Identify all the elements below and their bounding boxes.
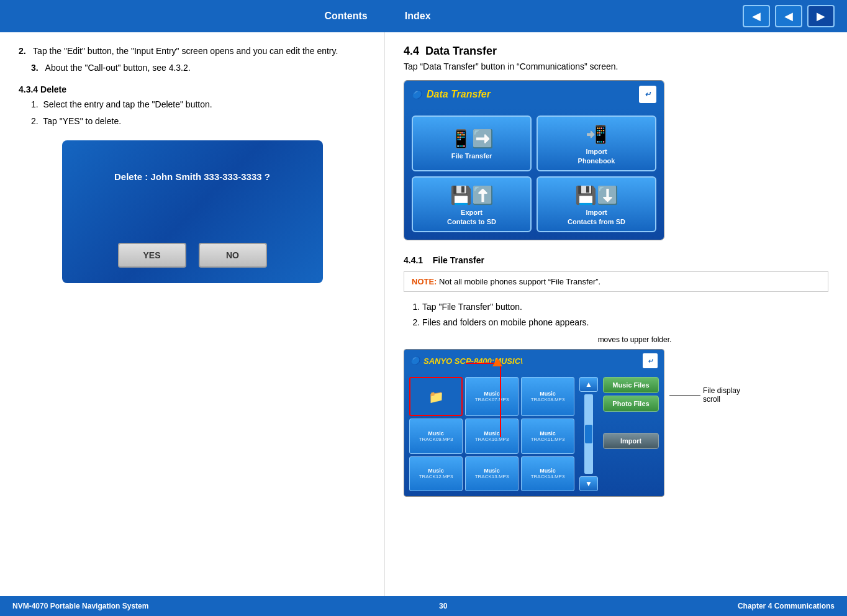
top-bar-links: Contents Index — [12, 11, 743, 22]
file-display-label-wrapper: File displayscroll — [669, 386, 740, 404]
note-prefix: NOTE: — [412, 277, 437, 286]
delete-step-1: 1. Select the entry and tap the "Delete"… — [31, 98, 366, 111]
mp-body: 📁 Music TRACK07.MP3 Music TRACK08.MP3 — [404, 372, 664, 496]
mp-cell-track13[interactable]: Music TRACK13.MP3 — [465, 456, 519, 491]
import-button[interactable]: Import — [603, 433, 659, 449]
prev-button[interactable]: ◀ — [775, 5, 802, 27]
mp-folder-cell[interactable]: 📁 — [409, 377, 463, 416]
mp-cell-track10[interactable]: Music TRACK10.MP3 — [465, 419, 519, 453]
file-display-scroll-label: File displayscroll — [703, 386, 740, 404]
mp-cell-track08[interactable]: Music TRACK08.MP3 — [521, 377, 574, 416]
no-button[interactable]: NO — [199, 243, 267, 268]
page-number: 30 — [439, 602, 447, 610]
ft-step-2: Files and folders on mobile phone appear… — [422, 316, 828, 329]
moves-label: moves to upper folder. — [441, 335, 828, 344]
mp-close-icon[interactable]: ↵ — [643, 353, 658, 368]
left-column: 2. Tap the "Edit" button, the "Input Ent… — [0, 32, 385, 596]
import-contacts-item[interactable]: 💾⬇️ ImportContacts from SD — [537, 176, 656, 232]
mp-scroll-controls: ▲ ▼ — [578, 377, 599, 491]
dt-close-icon[interactable]: ↵ — [639, 86, 656, 103]
chapter-label: Chapter 4 Communications — [738, 602, 835, 610]
import-phonebook-item[interactable]: 📲 ImportPhonebook — [537, 116, 656, 171]
note-box: NOTE: Not all mobile phones support “Fil… — [404, 271, 828, 292]
export-contacts-item[interactable]: 💾⬆️ ExportContacts to SD — [412, 176, 532, 232]
mp-sidebar: Music Files Photo Files Import — [603, 377, 659, 491]
photo-files-button[interactable]: Photo Files — [603, 396, 659, 412]
import-phonebook-icon: 📲 — [586, 124, 607, 145]
scroll-bar[interactable] — [584, 394, 593, 474]
mp-cell-track12[interactable]: Music TRACK12.MP3 — [409, 456, 463, 491]
music-panel-wrapper: 🔵 SANYO SCP-8400:MUSIC\ ↵ 📁 Music TRACK0… — [404, 349, 828, 497]
dialog-buttons: YES NO — [118, 243, 267, 268]
scroll-up-button[interactable]: ▲ — [579, 377, 598, 392]
product-name: NVM-4070 Portable Navigation System — [12, 602, 148, 610]
section-4-3-4-heading: 4.3.4 Delete — [19, 84, 366, 94]
file-transfer-item[interactable]: 📱➡️ File Transfer — [412, 116, 532, 171]
dt-panel-header: 🔵 Data Transfer ↵ — [404, 81, 664, 108]
mp-cell-track09[interactable]: Music TRACK09.MP3 — [409, 419, 463, 453]
main-content: 2. Tap the "Edit" button, the "Input Ent… — [0, 32, 847, 596]
delete-dialog-text: Delete : John Smith 333-333-3333 ? — [114, 171, 270, 182]
right-column: 4.4 Data Transfer Tap “Data Transfer” bu… — [385, 32, 847, 596]
ft-step-1: Tap "File Transfer" button. — [422, 301, 828, 314]
top-navigation-bar: Contents Index ◀ ◀ ▶ — [0, 0, 847, 32]
scroll-down-button[interactable]: ▼ — [579, 476, 598, 491]
music-panel: 🔵 SANYO SCP-8400:MUSIC\ ↵ 📁 Music TRACK0… — [404, 349, 664, 497]
mp-file-grid: 📁 Music TRACK07.MP3 Music TRACK08.MP3 — [409, 377, 574, 491]
up-arrow-indicator — [492, 358, 502, 366]
file-transfer-steps: Tap "File Transfer" button. Files and fo… — [422, 301, 828, 329]
export-contacts-icon: 💾⬆️ — [450, 185, 494, 206]
bottom-bar: NVM-4070 Portable Navigation System 30 C… — [0, 596, 847, 616]
mp-cell-track07[interactable]: Music TRACK07.MP3 — [465, 377, 519, 416]
section-4-4-title: 4.4 Data Transfer — [404, 45, 828, 58]
subsection-4-4-1-title: 4.4.1 File Transfer — [404, 255, 828, 265]
yes-button[interactable]: YES — [118, 243, 186, 268]
delete-step-2: 2. Tap "YES" to delete. — [31, 115, 366, 128]
mp-cell-track14[interactable]: Music TRACK14.MP3 — [521, 456, 574, 491]
data-transfer-panel: 🔵 Data Transfer ↵ 📱➡️ File Transfer 📲 Im… — [404, 80, 664, 240]
index-link[interactable]: Index — [405, 11, 431, 22]
red-line-vertical — [500, 363, 501, 437]
import-contacts-icon: 💾⬇️ — [575, 185, 618, 206]
delete-dialog: Delete : John Smith 333-333-3333 ? YES N… — [62, 140, 323, 283]
step-3: 3. About the "Call-out" button, see 4.3.… — [31, 61, 366, 75]
dt-items-grid: 📱➡️ File Transfer 📲 ImportPhonebook 💾⬆️ … — [404, 108, 664, 240]
note-text: Not all mobile phones support “File Tran… — [437, 277, 600, 286]
scroll-thumb — [585, 425, 592, 443]
file-transfer-icon: 📱➡️ — [450, 129, 494, 149]
mp-cell-track11[interactable]: Music TRACK11.MP3 — [521, 419, 574, 453]
mp-panel-header: 🔵 SANYO SCP-8400:MUSIC\ ↵ — [404, 350, 664, 372]
next-button[interactable]: ▶ — [807, 5, 835, 27]
back-button[interactable]: ◀ — [743, 5, 770, 27]
section-4-4-intro: Tap “Data Transfer” button in “Communica… — [404, 61, 828, 71]
music-files-button[interactable]: Music Files — [603, 377, 659, 393]
contents-link[interactable]: Contents — [324, 11, 367, 22]
navigation-buttons: ◀ ◀ ▶ — [743, 5, 835, 27]
label-line — [669, 395, 700, 396]
step-2: 2. Tap the "Edit" button, the "Input Ent… — [19, 45, 366, 58]
